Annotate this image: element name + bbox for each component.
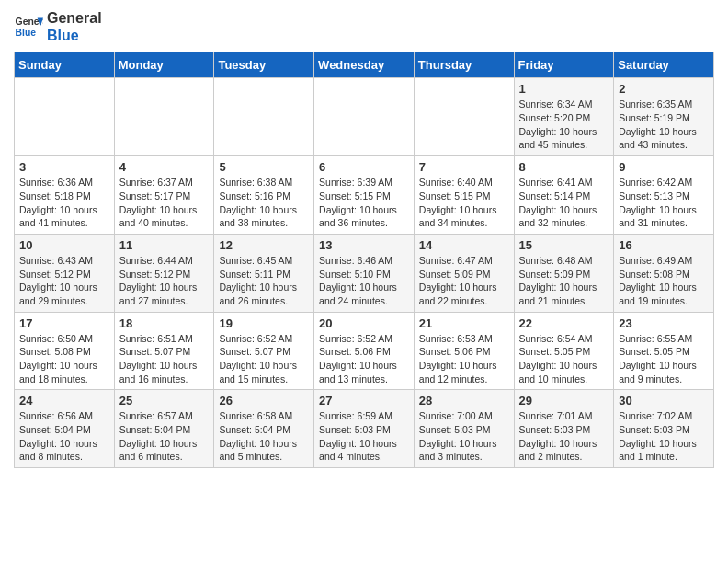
day-number: 19 — [219, 316, 309, 330]
day-number: 2 — [619, 82, 709, 96]
calendar-cell: 20Sunrise: 6:52 AM Sunset: 5:06 PM Dayli… — [314, 312, 415, 390]
day-info: Sunrise: 6:53 AM Sunset: 5:06 PM Dayligh… — [419, 332, 509, 386]
day-number: 5 — [219, 160, 309, 174]
day-info: Sunrise: 6:36 AM Sunset: 5:18 PM Dayligh… — [19, 176, 109, 230]
calendar-cell — [414, 78, 514, 156]
calendar-cell: 17Sunrise: 6:50 AM Sunset: 5:08 PM Dayli… — [15, 312, 115, 390]
day-info: Sunrise: 6:47 AM Sunset: 5:09 PM Dayligh… — [419, 254, 509, 308]
calendar-cell: 5Sunrise: 6:38 AM Sunset: 5:16 PM Daylig… — [214, 156, 314, 235]
calendar-cell: 9Sunrise: 6:42 AM Sunset: 5:13 PM Daylig… — [614, 156, 714, 235]
svg-text:Blue: Blue — [16, 28, 37, 38]
calendar-cell: 29Sunrise: 7:01 AM Sunset: 5:03 PM Dayli… — [514, 390, 614, 468]
day-number: 6 — [319, 160, 409, 174]
calendar-cell — [114, 78, 214, 156]
day-number: 1 — [519, 82, 609, 96]
calendar-header: SundayMondayTuesdayWednesdayThursdayFrid… — [15, 52, 714, 78]
day-number: 25 — [119, 394, 210, 408]
day-number: 8 — [519, 160, 609, 174]
logo-text: General Blue — [47, 9, 102, 44]
calendar-cell: 15Sunrise: 6:48 AM Sunset: 5:09 PM Dayli… — [514, 234, 614, 312]
calendar-cell: 25Sunrise: 6:57 AM Sunset: 5:04 PM Dayli… — [114, 390, 214, 468]
calendar-cell: 7Sunrise: 6:40 AM Sunset: 5:15 PM Daylig… — [414, 156, 514, 235]
day-number: 13 — [319, 238, 409, 252]
week-row-3: 10Sunrise: 6:43 AM Sunset: 5:12 PM Dayli… — [15, 234, 714, 312]
day-number: 3 — [19, 160, 109, 174]
page-header: General Blue General Blue — [14, 9, 714, 44]
day-info: Sunrise: 6:54 AM Sunset: 5:05 PM Dayligh… — [519, 332, 609, 386]
calendar-cell: 2Sunrise: 6:35 AM Sunset: 5:19 PM Daylig… — [614, 78, 714, 156]
day-number: 27 — [319, 394, 409, 408]
calendar-cell: 11Sunrise: 6:44 AM Sunset: 5:12 PM Dayli… — [114, 234, 214, 312]
day-info: Sunrise: 6:51 AM Sunset: 5:07 PM Dayligh… — [119, 332, 210, 386]
day-info: Sunrise: 6:39 AM Sunset: 5:15 PM Dayligh… — [319, 176, 409, 230]
day-number: 16 — [619, 238, 709, 252]
day-number: 22 — [519, 316, 609, 330]
day-info: Sunrise: 7:01 AM Sunset: 5:03 PM Dayligh… — [519, 409, 609, 464]
day-info: Sunrise: 6:48 AM Sunset: 5:09 PM Dayligh… — [519, 254, 609, 308]
calendar-body: 1Sunrise: 6:34 AM Sunset: 5:20 PM Daylig… — [15, 78, 714, 468]
calendar-cell — [15, 78, 115, 156]
day-number: 18 — [119, 316, 210, 330]
day-info: Sunrise: 6:57 AM Sunset: 5:04 PM Dayligh… — [119, 409, 210, 464]
day-info: Sunrise: 6:34 AM Sunset: 5:20 PM Dayligh… — [519, 98, 609, 152]
day-number: 24 — [19, 394, 109, 408]
day-number: 7 — [419, 160, 509, 174]
day-info: Sunrise: 6:52 AM Sunset: 5:06 PM Dayligh… — [319, 332, 409, 386]
day-number: 17 — [19, 316, 109, 330]
logo: General Blue General Blue — [14, 9, 102, 44]
day-info: Sunrise: 6:40 AM Sunset: 5:15 PM Dayligh… — [419, 176, 509, 230]
day-number: 26 — [219, 394, 309, 408]
day-number: 20 — [319, 316, 409, 330]
week-row-4: 17Sunrise: 6:50 AM Sunset: 5:08 PM Dayli… — [15, 312, 714, 390]
weekday-header-tuesday: Tuesday — [214, 52, 314, 78]
day-info: Sunrise: 6:46 AM Sunset: 5:10 PM Dayligh… — [319, 254, 409, 308]
day-info: Sunrise: 6:58 AM Sunset: 5:04 PM Dayligh… — [219, 409, 309, 464]
calendar-cell: 18Sunrise: 6:51 AM Sunset: 5:07 PM Dayli… — [114, 312, 214, 390]
day-info: Sunrise: 6:55 AM Sunset: 5:05 PM Dayligh… — [619, 332, 709, 386]
weekday-header-saturday: Saturday — [614, 52, 714, 78]
calendar-cell: 21Sunrise: 6:53 AM Sunset: 5:06 PM Dayli… — [414, 312, 514, 390]
calendar-cell: 14Sunrise: 6:47 AM Sunset: 5:09 PM Dayli… — [414, 234, 514, 312]
calendar-cell: 13Sunrise: 6:46 AM Sunset: 5:10 PM Dayli… — [314, 234, 415, 312]
calendar-cell: 4Sunrise: 6:37 AM Sunset: 5:17 PM Daylig… — [114, 156, 214, 235]
day-info: Sunrise: 6:42 AM Sunset: 5:13 PM Dayligh… — [619, 176, 709, 230]
week-row-2: 3Sunrise: 6:36 AM Sunset: 5:18 PM Daylig… — [15, 156, 714, 235]
day-number: 28 — [419, 394, 509, 408]
day-number: 12 — [219, 238, 309, 252]
calendar-table: SundayMondayTuesdayWednesdayThursdayFrid… — [14, 52, 714, 468]
calendar-cell: 22Sunrise: 6:54 AM Sunset: 5:05 PM Dayli… — [514, 312, 614, 390]
day-info: Sunrise: 6:37 AM Sunset: 5:17 PM Dayligh… — [119, 176, 210, 230]
calendar-cell: 1Sunrise: 6:34 AM Sunset: 5:20 PM Daylig… — [514, 78, 614, 156]
weekday-header-monday: Monday — [114, 52, 214, 78]
day-info: Sunrise: 6:56 AM Sunset: 5:04 PM Dayligh… — [19, 409, 109, 464]
day-info: Sunrise: 6:44 AM Sunset: 5:12 PM Dayligh… — [119, 254, 210, 308]
day-number: 10 — [19, 238, 109, 252]
calendar-cell: 3Sunrise: 6:36 AM Sunset: 5:18 PM Daylig… — [15, 156, 115, 235]
calendar-cell: 6Sunrise: 6:39 AM Sunset: 5:15 PM Daylig… — [314, 156, 415, 235]
day-number: 23 — [619, 316, 709, 330]
day-info: Sunrise: 6:35 AM Sunset: 5:19 PM Dayligh… — [619, 98, 709, 152]
day-info: Sunrise: 6:41 AM Sunset: 5:14 PM Dayligh… — [519, 176, 609, 230]
day-info: Sunrise: 6:52 AM Sunset: 5:07 PM Dayligh… — [219, 332, 309, 386]
day-number: 15 — [519, 238, 609, 252]
calendar-cell: 10Sunrise: 6:43 AM Sunset: 5:12 PM Dayli… — [15, 234, 115, 312]
day-info: Sunrise: 6:50 AM Sunset: 5:08 PM Dayligh… — [19, 332, 109, 386]
logo-icon: General Blue — [14, 12, 43, 41]
day-info: Sunrise: 7:00 AM Sunset: 5:03 PM Dayligh… — [419, 409, 509, 464]
calendar-cell: 8Sunrise: 6:41 AM Sunset: 5:14 PM Daylig… — [514, 156, 614, 235]
calendar-cell: 28Sunrise: 7:00 AM Sunset: 5:03 PM Dayli… — [414, 390, 514, 468]
calendar-cell: 16Sunrise: 6:49 AM Sunset: 5:08 PM Dayli… — [614, 234, 714, 312]
calendar-cell: 24Sunrise: 6:56 AM Sunset: 5:04 PM Dayli… — [15, 390, 115, 468]
day-number: 14 — [419, 238, 509, 252]
day-info: Sunrise: 6:59 AM Sunset: 5:03 PM Dayligh… — [319, 409, 409, 464]
day-number: 29 — [519, 394, 609, 408]
weekday-header-wednesday: Wednesday — [314, 52, 415, 78]
weekday-header-thursday: Thursday — [414, 52, 514, 78]
calendar-cell — [214, 78, 314, 156]
calendar-cell: 26Sunrise: 6:58 AM Sunset: 5:04 PM Dayli… — [214, 390, 314, 468]
day-info: Sunrise: 6:38 AM Sunset: 5:16 PM Dayligh… — [219, 176, 309, 230]
day-number: 30 — [619, 394, 709, 408]
day-number: 21 — [419, 316, 509, 330]
calendar-cell: 30Sunrise: 7:02 AM Sunset: 5:03 PM Dayli… — [614, 390, 714, 468]
calendar-cell — [314, 78, 415, 156]
